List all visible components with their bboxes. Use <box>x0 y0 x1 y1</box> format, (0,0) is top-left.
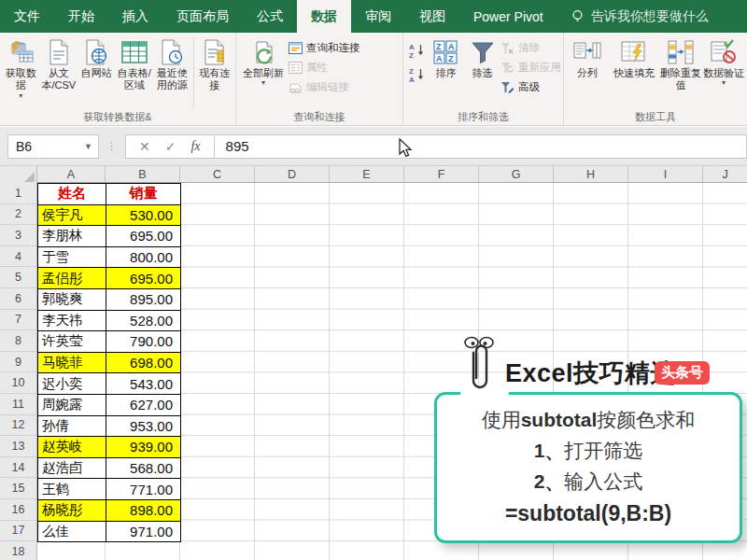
get-data-button[interactable]: 获取数据 ▾ <box>2 35 40 100</box>
cell-value[interactable]: 528.00 <box>106 311 181 332</box>
clear-filter-label: 清除 <box>518 41 540 55</box>
row-header[interactable]: 15 <box>0 478 36 499</box>
text-to-columns-button[interactable]: 分列 <box>566 35 609 79</box>
sort-button[interactable]: ZAAZ 排序 <box>428 35 464 79</box>
row-header[interactable]: 10 <box>0 372 36 394</box>
cell-value[interactable]: 695.00 <box>106 226 181 247</box>
cell-value[interactable]: 771.00 <box>106 479 181 500</box>
tutorial-overlay: Excel技巧精选 头条号 使用subtotal按颜色求和 1、打开筛选 2、输… <box>432 334 744 549</box>
row-header[interactable]: 8 <box>0 330 36 352</box>
cell-name[interactable]: 王鹤 <box>38 479 106 500</box>
row-header[interactable]: 7 <box>0 310 36 331</box>
advanced-filter-button[interactable]: 高级 <box>500 80 561 94</box>
cell-name[interactable]: 侯宇凡 <box>38 205 106 227</box>
tab-review[interactable]: 审阅 <box>351 0 405 33</box>
row-header[interactable]: 12 <box>0 415 36 437</box>
row-header[interactable]: 2 <box>0 204 36 226</box>
cell-name[interactable]: 赵英岐 <box>38 437 106 458</box>
tab-data[interactable]: 数据 <box>297 0 351 33</box>
cell-name[interactable]: 李天祎 <box>38 311 106 332</box>
cell-value[interactable]: 800.00 <box>106 247 181 269</box>
cell-name[interactable]: 许英莹 <box>38 331 106 353</box>
refresh-all-button[interactable]: 全部刷新 ▾ <box>238 35 289 87</box>
from-text-csv-button[interactable]: 从文本/CSV <box>40 35 78 92</box>
cell-value[interactable]: 568.00 <box>106 458 181 480</box>
formula-input[interactable]: 895 <box>215 134 747 159</box>
tab-page-layout[interactable]: 页面布局 <box>162 0 243 33</box>
cell-name[interactable]: 迟小奕 <box>38 373 106 395</box>
recent-sources-button[interactable]: 最近使用的源 <box>153 35 191 92</box>
cell-name[interactable]: 周婉露 <box>38 395 106 416</box>
insert-function-icon[interactable]: fx <box>190 139 200 154</box>
sort-ascending-button[interactable]: AZ <box>409 43 425 58</box>
column-header-b[interactable]: B <box>106 166 180 182</box>
cell-name[interactable]: 么佳 <box>38 522 106 543</box>
queries-connections-button[interactable]: 查询和连接 <box>289 41 360 55</box>
cell-value[interactable]: 939.00 <box>106 437 181 458</box>
formula-bar-splitter[interactable]: ⋮ <box>106 140 118 152</box>
cell-a1[interactable]: 姓名 <box>38 184 106 205</box>
row-header[interactable]: 14 <box>0 457 36 479</box>
filter-button[interactable]: 筛选 <box>464 35 500 79</box>
row-header[interactable]: 11 <box>0 394 36 415</box>
column-header-a[interactable]: A <box>37 166 106 182</box>
cell-value[interactable]: 898.00 <box>106 500 181 522</box>
from-table-range-button[interactable]: 自表格/区域 <box>116 35 154 92</box>
row-header[interactable]: 18 <box>0 541 36 560</box>
remove-duplicates-button[interactable]: 删除重复值 <box>659 35 702 92</box>
from-web-button[interactable]: 自网站 <box>78 35 116 79</box>
cell-value[interactable]: 790.00 <box>106 331 181 353</box>
column-header-f[interactable]: F <box>404 166 479 182</box>
select-all-button[interactable] <box>0 166 37 183</box>
column-header-j[interactable]: J <box>703 166 747 182</box>
row-header[interactable]: 13 <box>0 436 36 457</box>
tab-insert[interactable]: 插入 <box>108 0 162 33</box>
column-header-g[interactable]: G <box>479 166 554 182</box>
cell-name[interactable]: 孙倩 <box>38 416 106 438</box>
cell-value[interactable]: 953.00 <box>106 416 181 438</box>
row-header[interactable]: 6 <box>0 288 36 310</box>
tab-power-pivot[interactable]: Power Pivot <box>459 0 557 33</box>
tab-home[interactable]: 开始 <box>54 0 108 33</box>
confirm-entry-icon[interactable]: ✓ <box>165 139 176 154</box>
column-header-e[interactable]: E <box>330 166 404 182</box>
row-header[interactable]: 9 <box>0 352 36 373</box>
row-header[interactable]: 16 <box>0 499 36 521</box>
cell-name[interactable]: 于雪 <box>38 247 106 269</box>
tell-me-box[interactable]: 告诉我你想要做什么 <box>557 0 722 33</box>
row-header[interactable]: 17 <box>0 521 36 542</box>
cell-value[interactable]: 698.00 <box>106 353 181 374</box>
cell-value[interactable]: 627.00 <box>106 395 181 416</box>
column-header-c[interactable]: C <box>180 166 255 182</box>
cell-name[interactable]: 郭晓爽 <box>38 289 106 311</box>
tab-file[interactable]: 文件 <box>0 0 54 33</box>
row-header[interactable]: 4 <box>0 246 36 268</box>
column-header-d[interactable]: D <box>255 166 330 182</box>
tab-view[interactable]: 视图 <box>405 0 459 33</box>
cell-value[interactable]: 543.00 <box>106 373 181 395</box>
cancel-entry-icon[interactable]: ✕ <box>139 139 150 154</box>
column-header-i[interactable]: I <box>628 166 703 182</box>
column-headers: A B C D E F G H I J <box>0 166 747 183</box>
row-header[interactable]: 1 <box>0 183 36 204</box>
cell-value[interactable]: 971.00 <box>106 522 181 543</box>
row-header[interactable]: 3 <box>0 225 36 246</box>
flash-fill-button[interactable]: 快速填充 <box>609 35 659 79</box>
row-header[interactable]: 5 <box>0 267 36 288</box>
cell-name[interactable]: 马晓菲 <box>38 353 106 374</box>
cell-name[interactable]: 杨晓彤 <box>38 500 106 522</box>
name-box[interactable]: B6 ▼ <box>7 134 99 159</box>
cell-b1[interactable]: 销量 <box>106 184 181 205</box>
column-header-h[interactable]: H <box>554 166 628 182</box>
tab-formulas[interactable]: 公式 <box>243 0 297 33</box>
existing-connections-button[interactable]: 现有连接 <box>195 35 233 92</box>
sort-descending-button[interactable]: ZA <box>409 67 425 82</box>
cell-name[interactable]: 孟侣彤 <box>38 268 106 289</box>
cell-value-active[interactable]: 895.00 <box>106 289 181 311</box>
cell-name[interactable]: 赵浩卣 <box>38 458 106 480</box>
data-validation-button[interactable]: 数据验证 ▾ <box>702 35 745 87</box>
cell-name[interactable]: 李朋林 <box>38 226 106 247</box>
flash-fill-icon <box>620 37 648 67</box>
cell-value[interactable]: 695.00 <box>106 268 181 289</box>
cell-value[interactable]: 530.00 <box>106 205 181 227</box>
